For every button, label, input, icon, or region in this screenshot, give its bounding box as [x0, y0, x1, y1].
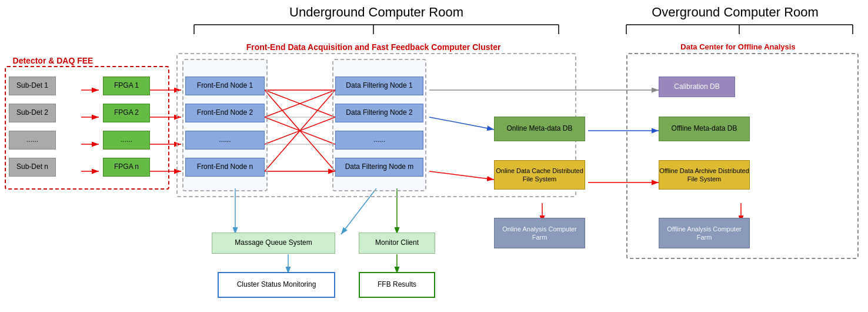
online-analysis-farm: Online Analysis Computer Farm — [494, 218, 585, 248]
offline-metadata-db: Offline Meta-data DB — [659, 117, 750, 141]
subdet-2: Sub-Det 2 — [9, 104, 56, 122]
frontend-section-label: Front-End Data Acquisition and Fast Feed… — [173, 42, 573, 52]
fpga-dots: ...... — [103, 131, 150, 150]
offline-archive-dfs: Offline Data Archive Distributed File Sy… — [659, 160, 750, 190]
calibration-db: Calibration DB — [659, 77, 735, 97]
frontend-node-n: Front-End Node n — [185, 158, 265, 177]
online-cache-dfs: Online Data Cache Distributed File Syste… — [494, 160, 585, 190]
diagram: Underground Computer Room Overground Com… — [0, 0, 868, 312]
filtering-node-m: Data Filtering Node m — [335, 158, 423, 177]
filtering-node-dots: ...... — [335, 131, 423, 150]
datacenter-section-label: Data Center for Offline Analysis — [632, 42, 844, 51]
fpga-2: FPGA 2 — [103, 104, 150, 122]
massage-queue: Massage Queue System — [212, 233, 335, 254]
frontend-node-dots: ...... — [185, 131, 265, 150]
filtering-node-2: Data Filtering Node 2 — [335, 104, 423, 122]
subdet-dots: ...... — [9, 131, 56, 150]
detector-section-label: Detector & DAQ FEE — [6, 56, 100, 65]
fpga-n: FPGA n — [103, 158, 150, 177]
monitor-client: Monitor Client — [359, 233, 435, 254]
underground-label: Underground Computer Room — [194, 5, 559, 20]
subdet-1: Sub-Det 1 — [9, 77, 56, 95]
ffb-results: FFB Results — [359, 272, 435, 298]
online-metadata-db: Online Meta-data DB — [494, 117, 585, 141]
subdet-n: Sub-Det n — [9, 158, 56, 177]
filtering-node-1: Data Filtering Node 1 — [335, 77, 423, 95]
fpga-1: FPGA 1 — [103, 77, 150, 95]
frontend-node-2: Front-End Node 2 — [185, 104, 265, 122]
cluster-status: Cluster Status Monitoring — [218, 272, 335, 298]
frontend-node-1: Front-End Node 1 — [185, 77, 265, 95]
overground-label: Overground Computer Room — [623, 5, 847, 20]
offline-analysis-farm: Offline Analysis Computer Farm — [659, 218, 750, 248]
